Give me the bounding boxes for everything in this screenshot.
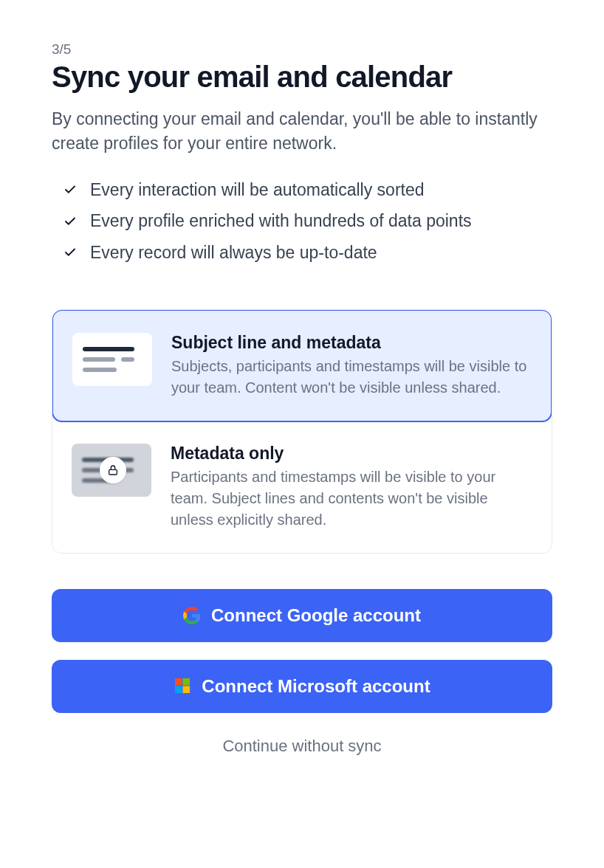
option-metadata-only[interactable]: Metadata only Participants and timestamp… bbox=[52, 421, 552, 553]
option-title: Subject line and metadata bbox=[171, 333, 529, 353]
check-icon bbox=[64, 246, 77, 259]
svg-rect-1 bbox=[175, 678, 182, 686]
feature-text: Every record will always be up-to-date bbox=[90, 237, 377, 269]
feature-text: Every profile enriched with hundreds of … bbox=[90, 205, 472, 237]
check-icon bbox=[64, 215, 77, 228]
page-subtitle: By connecting your email and calendar, y… bbox=[52, 107, 552, 156]
feature-item: Every interaction will be automatically … bbox=[64, 174, 552, 206]
connect-google-button[interactable]: Connect Google account bbox=[52, 589, 552, 642]
sync-options: Subject line and metadata Subjects, part… bbox=[52, 309, 552, 554]
button-label: Connect Microsoft account bbox=[202, 676, 430, 697]
step-indicator: 3/5 bbox=[52, 41, 552, 58]
feature-text: Every interaction will be automatically … bbox=[90, 174, 425, 206]
option-illustration-icon bbox=[72, 444, 151, 497]
continue-without-sync-link[interactable]: Continue without sync bbox=[52, 737, 552, 756]
option-description: Participants and timestamps will be visi… bbox=[171, 466, 529, 531]
feature-list: Every interaction will be automatically … bbox=[52, 174, 552, 269]
svg-rect-2 bbox=[183, 678, 191, 686]
option-text: Metadata only Participants and timestamp… bbox=[171, 444, 529, 531]
option-illustration-icon bbox=[72, 333, 152, 386]
option-text: Subject line and metadata Subjects, part… bbox=[171, 333, 529, 399]
button-label: Connect Google account bbox=[211, 605, 421, 626]
feature-item: Every record will always be up-to-date bbox=[64, 237, 552, 269]
page-title: Sync your email and calendar bbox=[52, 61, 552, 94]
svg-rect-0 bbox=[109, 470, 117, 475]
svg-rect-4 bbox=[183, 686, 191, 694]
option-description: Subjects, participants and timestamps wi… bbox=[171, 356, 529, 399]
connect-microsoft-button[interactable]: Connect Microsoft account bbox=[52, 660, 552, 713]
microsoft-icon bbox=[174, 678, 191, 695]
option-subject-metadata[interactable]: Subject line and metadata Subjects, part… bbox=[52, 309, 552, 422]
check-icon bbox=[64, 183, 77, 196]
google-icon bbox=[183, 607, 201, 624]
feature-item: Every profile enriched with hundreds of … bbox=[64, 205, 552, 237]
svg-rect-3 bbox=[175, 686, 182, 694]
option-title: Metadata only bbox=[171, 444, 529, 464]
